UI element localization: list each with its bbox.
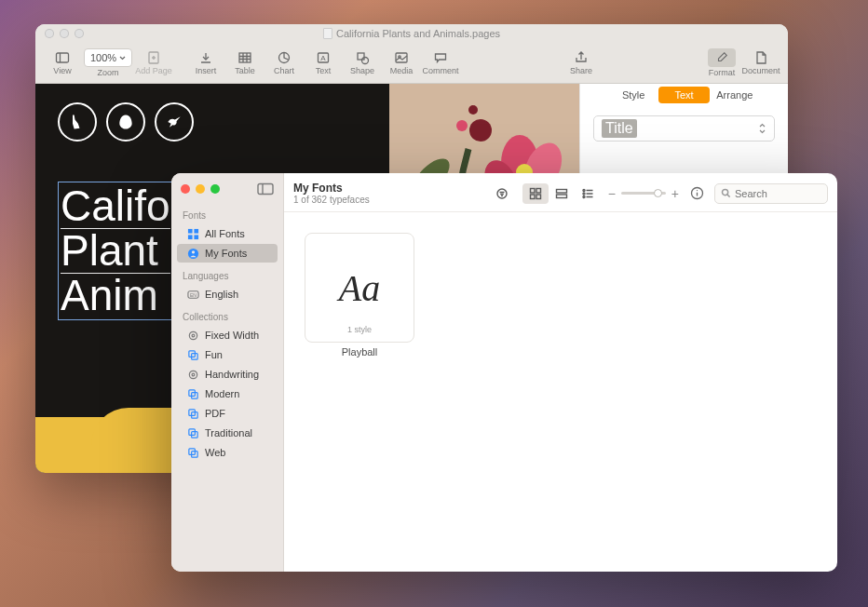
plus-icon: + — [671, 186, 679, 201]
media-button[interactable]: Media — [382, 45, 421, 82]
svg-rect-60 — [536, 195, 541, 199]
view-button[interactable]: View — [43, 45, 82, 82]
search-input[interactable] — [735, 188, 819, 199]
fontbook-traffic-lights — [171, 179, 283, 203]
sidebar-item-modern[interactable]: Modern — [177, 384, 278, 403]
slider-track[interactable] — [621, 192, 666, 195]
close-button[interactable] — [45, 29, 54, 38]
share-button[interactable]: Share — [562, 45, 601, 82]
title-line-1: Califo — [61, 184, 170, 229]
document-icon — [753, 50, 768, 65]
window-title: California Plants and Animals.pages — [323, 28, 500, 39]
minimize-button[interactable] — [60, 29, 69, 38]
tab-text[interactable]: Text — [658, 87, 709, 103]
zoom-button[interactable] — [210, 184, 220, 194]
document-button[interactable]: Document — [741, 45, 780, 82]
svg-point-28 — [468, 105, 478, 115]
tab-arrange[interactable]: Arrange — [710, 87, 760, 103]
chart-button[interactable]: Chart — [264, 45, 304, 82]
fontbook-sidebar: Fonts All Fonts My Fonts Languages EN En… — [171, 173, 284, 572]
svg-point-36 — [191, 250, 194, 253]
brush-icon — [715, 51, 728, 64]
comment-button[interactable]: Comment — [421, 45, 460, 82]
svg-rect-57 — [530, 188, 535, 193]
zoom-select[interactable]: 100% — [84, 48, 132, 67]
add-page-button[interactable]: Add Page — [134, 45, 173, 82]
grid-view-button[interactable] — [522, 183, 549, 204]
svg-point-65 — [583, 193, 585, 195]
sidebar-item-label: Fixed Width — [205, 330, 259, 341]
slider-thumb[interactable] — [654, 189, 662, 197]
document-icon — [323, 28, 332, 39]
gear-icon — [186, 329, 199, 342]
chevron-down-icon — [119, 56, 126, 61]
close-button[interactable] — [181, 184, 190, 194]
title-line-2: Plant — [61, 229, 170, 274]
svg-rect-58 — [536, 188, 541, 193]
minus-icon: − — [608, 186, 616, 201]
svg-rect-61 — [556, 189, 566, 193]
chart-icon — [277, 50, 292, 65]
traffic-lights — [45, 29, 84, 38]
sidebar-item-pdf[interactable]: PDF — [177, 404, 278, 423]
language-icon: EN — [186, 288, 199, 301]
search-field[interactable] — [714, 183, 828, 204]
table-icon — [237, 50, 252, 65]
paragraph-style-value: Title — [602, 119, 637, 138]
svg-point-21 — [469, 119, 492, 142]
sidebar-item-traditional[interactable]: Traditional — [177, 424, 278, 442]
minimize-button[interactable] — [196, 184, 205, 194]
svg-rect-33 — [187, 235, 192, 239]
svg-line-73 — [727, 195, 730, 197]
collection-icon — [186, 348, 199, 361]
title-text-block[interactable]: Califo Plant Anim — [58, 182, 173, 320]
paragraph-style-select[interactable]: Title — [593, 115, 775, 142]
text-icon: A — [316, 50, 331, 65]
sidebar-item-fun[interactable]: Fun — [177, 345, 278, 364]
format-button[interactable]: Format — [702, 45, 741, 82]
text-button[interactable]: A Text — [304, 45, 343, 82]
svg-rect-7 — [239, 53, 251, 62]
sidebar-item-english[interactable]: EN English — [177, 285, 278, 304]
person-icon — [186, 247, 199, 260]
hummingbird-icon — [155, 102, 194, 142]
pages-titlebar: California Plants and Animals.pages — [35, 24, 788, 43]
shape-button[interactable]: Shape — [343, 45, 382, 82]
svg-rect-62 — [556, 195, 566, 198]
sidebar-item-label: Fun — [205, 349, 223, 360]
insert-button[interactable]: Insert — [186, 45, 225, 82]
samples-view-button[interactable] — [549, 183, 575, 204]
info-button[interactable] — [686, 183, 707, 204]
svg-point-72 — [722, 189, 727, 195]
tab-style[interactable]: Style — [608, 87, 658, 103]
sidebar-item-handwriting[interactable]: Handwriting — [177, 365, 278, 384]
list-view-button[interactable] — [575, 183, 601, 204]
zoom-control[interactable]: 100% Zoom — [82, 45, 134, 82]
svg-text:EN: EN — [189, 291, 196, 297]
size-slider[interactable]: − + — [608, 186, 679, 201]
filter-button[interactable] — [489, 183, 515, 204]
fontbook-main: My Fonts 1 of 362 typefaces − + — [284, 173, 837, 572]
sidebar-item-web[interactable]: Web — [177, 443, 278, 462]
grid-icon — [186, 227, 199, 240]
sidebar-item-label: All Fonts — [205, 228, 245, 239]
font-card[interactable]: Aa 1 style — [305, 233, 414, 343]
fonts-group-label: Fonts — [171, 203, 283, 223]
svg-rect-0 — [57, 53, 69, 62]
svg-point-27 — [456, 120, 468, 131]
zoom-button[interactable] — [75, 29, 84, 38]
sidebar-item-all-fonts[interactable]: All Fonts — [177, 224, 278, 243]
sidebar-toggle-icon[interactable] — [257, 182, 274, 196]
sidebar-item-label: My Fonts — [205, 248, 247, 259]
svg-rect-34 — [194, 235, 198, 239]
title-text: California Plants and Animals.pages — [336, 28, 500, 39]
sidebar-item-fixed-width[interactable]: Fixed Width — [177, 326, 278, 344]
sidebar-icon — [55, 50, 70, 65]
sidebar-item-my-fonts[interactable]: My Fonts — [177, 244, 278, 263]
font-styles-count: 1 style — [347, 325, 372, 334]
table-button[interactable]: Table — [225, 45, 264, 82]
share-icon — [574, 50, 589, 65]
font-sample: Aa — [339, 266, 380, 310]
title-line-3: Anim — [61, 274, 170, 317]
sidebar-item-label: Handwriting — [205, 369, 259, 380]
